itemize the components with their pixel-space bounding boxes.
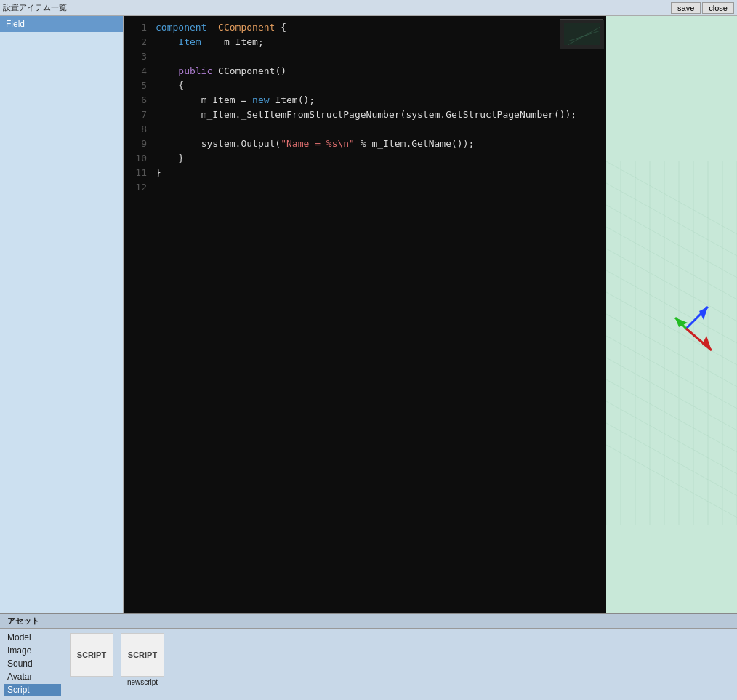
- code-content[interactable]: component CComponent { Item m_Item; publ…: [150, 16, 606, 613]
- svg-rect-1: [564, 23, 600, 45]
- asset-nav: Model Image Sound Avatar Script: [0, 629, 65, 700]
- left-sidebar: Field: [0, 16, 124, 613]
- asset-nav-avatar[interactable]: Avatar: [4, 671, 61, 683]
- asset-label-1: newscript: [127, 678, 158, 686]
- asset-grid: SCRIPT SCRIPT newscript: [65, 629, 737, 700]
- code-editor-area[interactable]: 12345 678910 1112 component CComponent {…: [124, 16, 606, 613]
- asset-icon-1: SCRIPT: [121, 633, 164, 677]
- assets-tab-label: アセット: [3, 616, 44, 627]
- line-numbers: 12345 678910 1112: [124, 16, 150, 613]
- sidebar-item-field[interactable]: Field: [0, 16, 123, 32]
- asset-icon-0: SCRIPT: [70, 633, 113, 677]
- asset-nav-sound[interactable]: Sound: [4, 658, 61, 669]
- asset-item-0[interactable]: SCRIPT: [70, 633, 113, 678]
- thumbnail-preview: [560, 19, 603, 48]
- main-area: Field 12345 678910 1112 component CCompo…: [0, 16, 737, 613]
- bottom-content: Model Image Sound Avatar Script SCRIPT S…: [0, 629, 737, 700]
- save-button[interactable]: save: [671, 2, 701, 14]
- asset-nav-model[interactable]: Model: [4, 632, 61, 643]
- code-editor: 12345 678910 1112 component CComponent {…: [124, 16, 606, 613]
- top-bar: 設置アイテム一覧 save close: [0, 0, 737, 16]
- bottom-panel: アセット Model Image Sound Avatar Script SCR…: [0, 613, 737, 700]
- panel-title: 設置アイテム一覧: [3, 2, 669, 13]
- bottom-tabs: アセット: [0, 614, 737, 629]
- viewport-3d: [606, 16, 737, 613]
- asset-nav-script[interactable]: Script: [4, 684, 61, 696]
- close-button[interactable]: close: [702, 2, 734, 14]
- asset-item-1[interactable]: SCRIPT newscript: [121, 633, 164, 686]
- asset-nav-image[interactable]: Image: [4, 645, 61, 656]
